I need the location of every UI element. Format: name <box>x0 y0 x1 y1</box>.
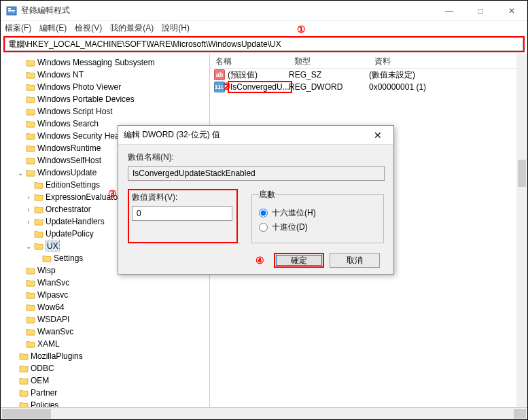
menu-edit[interactable]: 編輯(E) <box>39 22 67 34</box>
list-hscroll-thumb[interactable] <box>514 409 526 419</box>
tree-item-label: Orchestrator <box>46 205 91 214</box>
folder-icon <box>25 119 36 128</box>
tree-item[interactable]: Policies <box>1 399 209 407</box>
folder-icon <box>25 290 36 300</box>
radio-dec[interactable]: 十進位(D) <box>259 222 376 233</box>
tree-item-label: OEM <box>31 376 49 385</box>
address-prefix: 電腦 <box>8 39 24 50</box>
menu-favorites[interactable]: 我的最愛(A) <box>110 22 154 34</box>
tree-item[interactable]: WlanSvc <box>1 277 209 289</box>
base-label: 底數 <box>259 189 275 200</box>
string-value-icon: ab <box>214 69 225 80</box>
radio-hex[interactable]: 十六進位(H) <box>259 207 376 219</box>
minimize-button[interactable]: — <box>434 1 465 21</box>
dialog-close-button[interactable]: ✕ <box>368 130 388 141</box>
expand-icon[interactable]: › <box>24 218 33 226</box>
value-type: REG_DWORD <box>289 82 369 92</box>
tree-item[interactable]: ODBC <box>1 362 209 374</box>
radio-hex-input[interactable] <box>259 209 268 217</box>
tree-item-label: WindowsUpdate <box>37 168 96 177</box>
svg-rect-3 <box>8 12 15 12</box>
value-data-field[interactable]: 0 <box>132 206 232 221</box>
col-type[interactable]: 類型 <box>289 54 369 68</box>
dialog-title: 編輯 DWORD (32-位元) 值 <box>124 129 368 141</box>
menu-file[interactable]: 檔案(F) <box>5 22 31 34</box>
tree-item[interactable]: Partner <box>1 387 209 399</box>
value-name: IsConvergedU... <box>228 81 292 93</box>
col-data[interactable]: 資料 <box>369 54 527 68</box>
tree-item-label: ODBC <box>31 364 54 373</box>
folder-icon <box>25 143 36 153</box>
cancel-button[interactable]: 取消 <box>330 253 380 268</box>
svg-rect-1 <box>8 8 11 10</box>
tree-item[interactable]: Windows Photo Viewer <box>1 81 209 93</box>
menu-view[interactable]: 檢視(V) <box>75 22 102 34</box>
tree-item[interactable]: XAML <box>1 338 209 350</box>
tree-item[interactable]: MozillaPlugins <box>1 350 209 362</box>
tree-item-label: XAML <box>37 339 60 349</box>
tree-item-label: EditionSettings <box>46 180 100 190</box>
folder-icon <box>33 241 44 251</box>
window-title: 登錄編輯程式 <box>21 5 434 16</box>
folder-icon <box>25 94 36 104</box>
col-name[interactable]: 名稱 <box>210 54 289 68</box>
expand-icon[interactable]: ⌄ <box>24 243 33 250</box>
callout-4: ④ <box>256 255 264 266</box>
tree-item[interactable]: Wow64 <box>1 301 209 313</box>
address-bar[interactable]: 電腦 <box>5 37 523 51</box>
maximize-button[interactable]: □ <box>465 1 496 21</box>
tree-item[interactable]: WSDAPI <box>1 313 209 326</box>
tree-item-label: Windows Messaging Subsystem <box>37 58 155 67</box>
tree-item[interactable]: OEM <box>1 374 209 387</box>
tree-item[interactable]: Wlpasvc <box>1 289 209 301</box>
tree-item[interactable]: Windows Portable Devices <box>1 93 209 105</box>
callout-3: ③ <box>108 188 117 199</box>
value-data-highlight: 數值資料(V): 0 <box>128 189 238 243</box>
folder-icon <box>33 205 44 214</box>
tree-item-label: Settings <box>54 253 83 263</box>
folder-icon <box>25 131 36 141</box>
radio-dec-input[interactable] <box>259 223 268 232</box>
tree-item[interactable]: Windows Script Host <box>1 105 209 118</box>
tree-item-label: Wisp <box>37 266 56 275</box>
value-name-field[interactable]: IsConvergedUpdateStackEnabled <box>128 166 385 181</box>
folder-icon <box>25 327 36 336</box>
expand-icon[interactable]: ⌄ <box>16 169 25 177</box>
folder-icon <box>33 217 44 226</box>
menubar: 檔案(F) 編輯(E) 檢視(V) 我的最愛(A) 說明(H) <box>1 21 527 35</box>
tree-item-label: Windows Script Host <box>37 107 113 116</box>
tree-hscroll-thumb[interactable] <box>2 409 51 419</box>
tree-item-label: Wow64 <box>37 302 65 312</box>
value-data: (數值未設定) <box>369 69 527 81</box>
folder-icon <box>33 192 44 202</box>
tree-item[interactable]: Windows NT <box>1 69 209 81</box>
list-row[interactable]: ab(預設值)REG_SZ(數值未設定) <box>210 69 527 81</box>
address-input[interactable] <box>24 39 520 49</box>
menu-help[interactable]: 說明(H) <box>162 22 190 34</box>
tree-item-label: WSDAPI <box>37 315 69 324</box>
titlebar: 登錄編輯程式 — □ ✕ <box>1 1 527 21</box>
folder-icon <box>25 302 36 312</box>
folder-icon <box>25 107 36 116</box>
tree-item-label: Partner <box>31 388 57 398</box>
ok-button[interactable]: 確定 <box>274 253 324 268</box>
value-name: (預設值) <box>228 69 258 81</box>
folder-icon <box>25 278 36 287</box>
folder-icon <box>33 229 44 239</box>
tree-item[interactable]: Windows Messaging Subsystem <box>1 56 209 69</box>
dialog-titlebar: 編輯 DWORD (32-位元) 值 ✕ <box>118 126 393 145</box>
tree-item-label: Windows Portable Devices <box>37 94 135 104</box>
list-row[interactable]: 110IsConvergedU...REG_DWORD0x00000001 (1… <box>210 81 527 93</box>
folder-icon <box>25 315 36 324</box>
close-button[interactable]: ✕ <box>496 1 527 21</box>
expand-icon[interactable]: › <box>24 206 33 213</box>
expand-icon[interactable]: › <box>24 194 33 201</box>
tree-item-label: MozillaPlugins <box>31 351 83 361</box>
tree-item[interactable]: WwanSvc <box>1 326 209 338</box>
list-scrollbar[interactable] <box>516 54 527 407</box>
list-header: 名稱 類型 資料 <box>210 54 527 69</box>
folder-icon <box>18 376 29 385</box>
folder-icon <box>25 82 36 92</box>
folder-icon <box>18 400 29 407</box>
folder-icon <box>25 266 36 275</box>
